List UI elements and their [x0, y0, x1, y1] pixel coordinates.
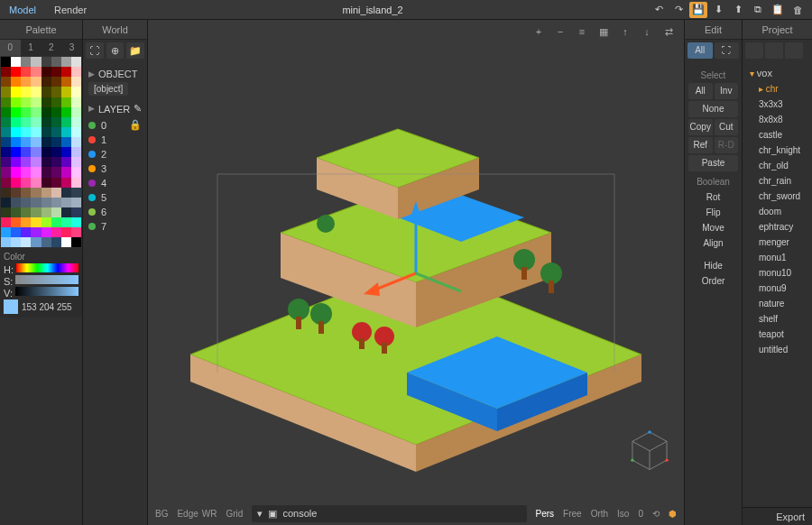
color-swatch[interactable] — [51, 67, 61, 77]
color-swatch[interactable] — [51, 237, 61, 247]
cam-orth[interactable]: Orth — [591, 509, 608, 519]
color-swatch[interactable] — [1, 188, 11, 198]
download-icon[interactable]: ⬇ — [709, 2, 727, 18]
color-swatch[interactable] — [71, 207, 81, 217]
color-swatch[interactable] — [1, 157, 11, 167]
proj-back-icon[interactable] — [765, 42, 783, 59]
color-swatch[interactable] — [11, 137, 21, 147]
color-swatch[interactable] — [71, 107, 81, 117]
remove-icon[interactable]: − — [552, 23, 568, 40]
color-swatch[interactable] — [61, 87, 71, 97]
color-swatch[interactable] — [1, 97, 11, 107]
color-swatch[interactable] — [42, 227, 51, 237]
align-icon[interactable]: ≡ — [574, 23, 590, 40]
color-swatch[interactable] — [11, 188, 21, 198]
project-item[interactable]: ▸ chr — [748, 81, 807, 97]
color-swatch[interactable] — [71, 57, 81, 67]
color-swatch[interactable] — [11, 57, 21, 67]
layer-row[interactable]: 3 — [88, 161, 142, 176]
color-swatch[interactable] — [1, 167, 11, 177]
undo-icon[interactable]: ↶ — [650, 2, 668, 18]
wr-toggle[interactable]: WR — [202, 509, 217, 519]
color-swatch[interactable] — [71, 237, 81, 247]
color-swatch[interactable] — [11, 167, 21, 177]
proj-folder-icon[interactable] — [745, 42, 763, 59]
color-swatch[interactable] — [42, 97, 51, 107]
color-swatch[interactable] — [51, 227, 61, 237]
color-swatch[interactable] — [71, 157, 81, 167]
color-swatch[interactable] — [31, 157, 41, 167]
color-swatch[interactable] — [11, 157, 21, 167]
color-swatch[interactable] — [21, 147, 31, 157]
cam-free[interactable]: Free — [563, 509, 582, 519]
color-swatch[interactable] — [21, 178, 31, 188]
color-swatch[interactable] — [51, 178, 61, 188]
color-swatch[interactable] — [51, 167, 61, 177]
viewport[interactable]: + − ≡ ▦ ↑ ↓ ⇄ — [148, 20, 684, 525]
color-swatch[interactable] — [21, 207, 31, 217]
layer-row[interactable]: 6 — [88, 205, 142, 219]
expand-icon[interactable]: ⊕ — [106, 42, 125, 59]
layer-header[interactable]: ▶LAYER✎ — [88, 103, 142, 115]
grid-icon[interactable]: ▦ — [595, 23, 612, 40]
tab-model[interactable]: Model — [0, 1, 45, 19]
color-swatch[interactable] — [31, 57, 41, 67]
color-swatch[interactable] — [61, 107, 71, 117]
color-swatch[interactable] — [1, 117, 11, 127]
color-swatch[interactable] — [71, 217, 81, 227]
project-item[interactable]: untitled — [748, 342, 807, 357]
color-swatch[interactable] — [61, 167, 71, 177]
edit-align[interactable]: Align — [688, 235, 738, 251]
color-swatch[interactable] — [21, 87, 31, 97]
color-swatch[interactable] — [1, 178, 11, 188]
color-swatch[interactable] — [31, 67, 41, 77]
color-swatch[interactable] — [61, 207, 71, 217]
edit-rot[interactable]: Rot — [688, 189, 738, 205]
color-swatch[interactable] — [51, 198, 61, 207]
sel-none[interactable]: None — [688, 101, 738, 117]
color-swatch[interactable] — [31, 77, 41, 87]
color-swatch[interactable] — [11, 178, 21, 188]
color-swatch[interactable] — [11, 97, 21, 107]
color-swatch[interactable] — [1, 57, 11, 67]
color-swatch[interactable] — [51, 87, 61, 97]
color-swatch[interactable] — [42, 137, 51, 147]
color-swatch[interactable] — [61, 77, 71, 87]
color-swatch[interactable] — [31, 127, 41, 137]
color-swatch[interactable] — [42, 87, 51, 97]
layer-row[interactable]: 7 — [88, 219, 142, 234]
fit-icon[interactable]: ⛶ — [86, 42, 104, 59]
down-icon[interactable]: ↓ — [639, 23, 655, 40]
color-swatch[interactable] — [1, 67, 11, 77]
color-swatch[interactable] — [42, 147, 51, 157]
project-item[interactable]: monu1 — [748, 250, 807, 265]
edit-order[interactable]: Order — [688, 273, 738, 289]
sat-slider[interactable] — [15, 275, 78, 284]
project-item[interactable]: chr_old — [748, 158, 807, 173]
color-swatch[interactable] — [31, 178, 41, 188]
layer-row[interactable]: 5 — [88, 190, 142, 205]
color-swatch[interactable] — [31, 167, 41, 177]
project-item[interactable]: 3x3x3 — [748, 97, 807, 112]
color-swatch[interactable] — [51, 217, 61, 227]
color-swatch[interactable] — [71, 117, 81, 127]
project-item[interactable]: menger — [748, 235, 807, 250]
color-swatch[interactable] — [11, 67, 21, 77]
edit-ref[interactable]: Ref — [688, 137, 713, 153]
color-swatch[interactable] — [1, 77, 11, 87]
project-item[interactable]: nature — [748, 296, 807, 311]
color-swatch[interactable] — [42, 237, 51, 247]
cam-pers[interactable]: Pers — [536, 509, 555, 519]
paste-icon[interactable]: 📋 — [769, 2, 787, 18]
color-swatch[interactable] — [21, 188, 31, 198]
color-swatch[interactable] — [11, 237, 21, 247]
color-swatch[interactable] — [1, 237, 11, 247]
hue-slider[interactable] — [16, 263, 78, 272]
color-swatch[interactable] — [1, 198, 11, 207]
color-swatch[interactable] — [61, 237, 71, 247]
object-header[interactable]: ▶OBJECT — [88, 69, 142, 79]
cam-angle[interactable]: 0 — [638, 509, 643, 519]
color-swatch[interactable] — [42, 77, 51, 87]
color-swatch[interactable] — [21, 67, 31, 77]
color-swatch[interactable] — [1, 147, 11, 157]
